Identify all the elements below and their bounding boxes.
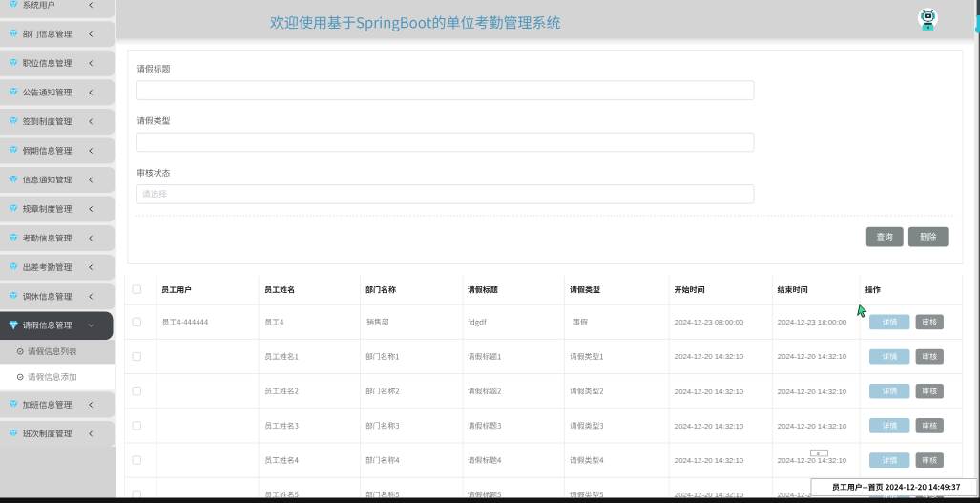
svg-text:2024-12-23 18:00:00: 2024-12-23 18:00:00 <box>778 318 847 326</box>
svg-text:2024-12-20 14:32:10: 2024-12-20 14:32:10 <box>675 422 744 430</box>
svg-text:2024-12-20 14:32:10: 2024-12-20 14:32:10 <box>778 456 847 465</box>
svg-text:2024-12-20 14:32:10: 2024-12-20 14:32:10 <box>778 352 847 361</box>
svg-text:2024-12-20 14:32:10: 2024-12-20 14:32:10 <box>778 388 847 396</box>
svg-text:2024-12-20 14:32:10: 2024-12-20 14:32:10 <box>675 491 744 499</box>
svg-text:2024-12-20 14:32:10: 2024-12-20 14:32:10 <box>778 422 847 430</box>
svg-text:2024-12-20 14:32:10: 2024-12-20 14:32:10 <box>675 456 744 465</box>
svg-text:2024-12-20 14:32:10: 2024-12-20 14:32:10 <box>675 388 744 396</box>
svg-text:x: x <box>817 451 820 456</box>
svg-text:2024-12-2: 2024-12-2 <box>778 491 812 499</box>
svg-text:2024-12-23 08:00:00: 2024-12-23 08:00:00 <box>675 318 744 326</box>
svg-text:2024-12-20 14:32:10: 2024-12-20 14:32:10 <box>675 352 744 361</box>
